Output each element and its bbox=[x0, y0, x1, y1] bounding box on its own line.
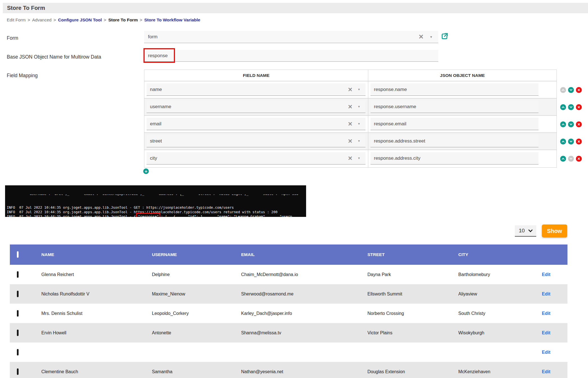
move-down-button[interactable] bbox=[568, 121, 574, 127]
cell-city: McKenziehaven bbox=[458, 369, 542, 374]
json-object-name-input[interactable]: response.address.city bbox=[371, 152, 538, 164]
edit-link[interactable]: Edit bbox=[542, 311, 550, 316]
form-select[interactable]: form ✕ ▼ bbox=[144, 31, 438, 43]
edit-link[interactable]: Edit bbox=[542, 272, 550, 277]
json-object-name-input[interactable]: response.address.street bbox=[371, 135, 538, 147]
move-up-button[interactable] bbox=[560, 156, 566, 162]
row-checkbox[interactable] bbox=[17, 271, 19, 278]
row-actions: × bbox=[560, 139, 582, 144]
chevron-down-icon bbox=[570, 123, 573, 125]
cell-name: Clementine Bauch bbox=[41, 369, 152, 374]
base-json-input[interactable]: response bbox=[144, 50, 438, 62]
chevron-down-icon[interactable]: ▼ bbox=[358, 157, 360, 160]
delete-row-button[interactable]: × bbox=[576, 87, 582, 93]
row-checkbox[interactable] bbox=[17, 349, 19, 355]
field-name-value: username bbox=[150, 104, 171, 110]
cell-city: Bartholomebury bbox=[458, 272, 542, 277]
field-name-select[interactable]: email✕▼ bbox=[147, 118, 365, 130]
edit-link[interactable]: Edit bbox=[542, 292, 550, 296]
breadcrumb-item[interactable]: Store To Workflow Variable bbox=[144, 17, 200, 22]
table-row: Glenna ReichertDelphineChaim_McDermott@d… bbox=[10, 265, 567, 284]
console-line: INFO 07 Jul 2022 10:44:35 org.joget.apps… bbox=[7, 210, 306, 214]
field-mapping-row: street✕▼response.address.street× bbox=[144, 133, 556, 150]
breadcrumb-separator: > bbox=[28, 17, 30, 22]
select-all-checkbox[interactable] bbox=[17, 251, 19, 258]
checkbox-cell bbox=[10, 272, 41, 277]
field-name-cell: email✕▼ bbox=[144, 116, 368, 132]
cell-city: South Christy bbox=[458, 311, 542, 316]
delete-row-button[interactable]: × bbox=[576, 156, 582, 162]
delete-row-button[interactable]: × bbox=[576, 121, 582, 127]
table-row: Mrs. Dennis SchulistLeopoldo_CorkeryKarl… bbox=[10, 304, 567, 323]
cell-name: Glenna Reichert bbox=[41, 272, 152, 277]
json-object-name-input[interactable]: response.email bbox=[371, 118, 538, 130]
cell-username: Maxime_Nienow bbox=[152, 292, 241, 297]
json-object-name-cell: response.username bbox=[368, 99, 556, 115]
cell-name: Ervin Howell bbox=[41, 330, 152, 335]
page-size-select[interactable]: 10 bbox=[515, 225, 536, 237]
base-json-field-label: Base JSON Object Name for Multirow Data bbox=[7, 54, 101, 60]
breadcrumb-separator: > bbox=[104, 17, 106, 22]
console-partial-line: "username": "Bret",_ "email": "Sincere@a… bbox=[7, 194, 306, 196]
cell-username: Delphine bbox=[152, 272, 241, 277]
cell-email: Nathan@yesenia.net bbox=[241, 369, 367, 374]
clear-icon[interactable]: ✕ bbox=[348, 104, 353, 110]
table-row: Ervin HowellAntonetteShanna@melissa.tvVi… bbox=[10, 323, 567, 343]
chevron-down-icon bbox=[570, 140, 573, 143]
field-name-select[interactable]: street✕▼ bbox=[147, 135, 365, 147]
delete-row-button[interactable]: × bbox=[576, 139, 582, 144]
row-checkbox[interactable] bbox=[17, 291, 19, 297]
field-name-select[interactable]: city✕▼ bbox=[147, 152, 365, 164]
move-up-button[interactable] bbox=[560, 139, 566, 144]
row-checkbox[interactable] bbox=[17, 330, 19, 336]
show-button[interactable]: Show bbox=[542, 224, 567, 237]
cell-street: Victor Plains bbox=[367, 330, 458, 335]
field-name-select[interactable]: username✕▼ bbox=[147, 101, 365, 113]
chevron-down-icon[interactable]: ▼ bbox=[430, 35, 433, 39]
json-object-name-cell: response.email bbox=[368, 116, 556, 132]
cell-email: Sherwood@rosamond.me bbox=[241, 292, 367, 297]
move-up-button[interactable] bbox=[560, 121, 566, 127]
add-row-button[interactable]: + bbox=[143, 168, 149, 174]
field-name-select[interactable]: name✕▼ bbox=[147, 83, 365, 96]
clear-icon[interactable]: ✕ bbox=[348, 155, 353, 161]
row-checkbox[interactable] bbox=[17, 310, 19, 317]
cell-username: Samantha bbox=[152, 369, 241, 374]
clear-icon[interactable]: ✕ bbox=[348, 87, 353, 92]
json-object-name-input[interactable]: response.name bbox=[371, 83, 538, 96]
move-down-button[interactable] bbox=[568, 139, 574, 144]
cell-username: Antonette bbox=[152, 330, 241, 335]
json-object-name-input[interactable]: response.username bbox=[371, 101, 538, 113]
edit-cell: Edit bbox=[542, 330, 567, 335]
move-down-button[interactable] bbox=[568, 104, 574, 110]
field-mapping-table: FIELD NAME JSON OBJECT NAME name✕▼respon… bbox=[144, 70, 557, 168]
cell-email: Shanna@melissa.tv bbox=[241, 330, 367, 335]
chevron-down-icon bbox=[570, 105, 573, 108]
chevron-down-icon bbox=[570, 157, 573, 160]
chevron-down-icon[interactable]: ▼ bbox=[358, 139, 360, 143]
cell-street: Norberto Crossing bbox=[367, 311, 458, 316]
external-link-icon[interactable] bbox=[441, 32, 448, 41]
chevron-down-icon[interactable]: ▼ bbox=[358, 88, 360, 91]
json-object-name-value: response.address.city bbox=[374, 155, 420, 161]
row-checkbox[interactable] bbox=[17, 368, 19, 375]
chevron-down-icon bbox=[570, 88, 573, 91]
delete-row-button[interactable]: × bbox=[576, 104, 582, 110]
cell-name: Mrs. Dennis Schulist bbox=[41, 311, 152, 316]
chevron-down-icon[interactable]: ▼ bbox=[358, 122, 360, 125]
breadcrumb-item[interactable]: Configure JSON Tool bbox=[58, 17, 102, 22]
edit-link[interactable]: Edit bbox=[542, 350, 550, 355]
row-actions: × bbox=[560, 156, 582, 162]
move-up-button[interactable] bbox=[560, 104, 566, 110]
edit-link[interactable]: Edit bbox=[542, 330, 550, 335]
clear-icon[interactable]: ✕ bbox=[348, 138, 353, 144]
clear-icon[interactable]: ✕ bbox=[419, 34, 424, 40]
chevron-down-icon[interactable]: ▼ bbox=[358, 105, 360, 108]
chevron-up-icon bbox=[562, 89, 565, 92]
edit-link[interactable]: Edit bbox=[542, 369, 550, 374]
move-down-button[interactable] bbox=[568, 87, 574, 93]
cell-email: Karley_Dach@jasper.info bbox=[241, 311, 367, 316]
chevron-down-icon bbox=[528, 228, 533, 232]
clear-icon[interactable]: ✕ bbox=[348, 121, 353, 127]
row-actions: × bbox=[560, 104, 582, 110]
